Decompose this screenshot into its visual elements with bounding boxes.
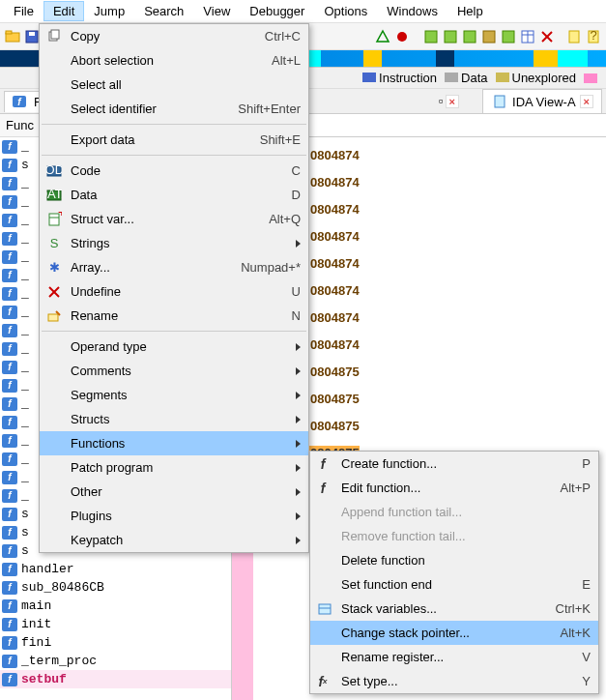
menu-item-comments[interactable]: Comments bbox=[40, 359, 308, 383]
function-row[interactable]: finit bbox=[0, 615, 231, 633]
blank-icon bbox=[43, 434, 65, 453]
function-row[interactable]: ffini bbox=[0, 633, 231, 652]
note-icon[interactable] bbox=[565, 28, 583, 45]
tab-ida-view[interactable]: IDA View-A × bbox=[482, 89, 602, 113]
menu-view[interactable]: View bbox=[193, 1, 240, 21]
menu-item-structs[interactable]: Structs bbox=[40, 407, 308, 431]
submenu-item-set-function-end[interactable]: Set function endE bbox=[310, 572, 598, 597]
menu-item-label: Undefine bbox=[71, 284, 263, 299]
function-row[interactable]: fsub_80486CB bbox=[0, 578, 231, 597]
blank-icon bbox=[314, 503, 335, 522]
function-name: _ bbox=[21, 341, 29, 356]
tool-4[interactable] bbox=[480, 28, 498, 45]
folder-icon[interactable] bbox=[4, 28, 21, 45]
copy-icon bbox=[43, 27, 65, 46]
menu-item-label: Rename bbox=[71, 308, 263, 323]
function-name: _ bbox=[21, 415, 29, 429]
menu-item-label: Operand type bbox=[71, 339, 288, 354]
menu-file[interactable]: File bbox=[4, 1, 43, 21]
function-row[interactable]: fmain bbox=[0, 597, 231, 615]
submenu-item-rename-register-[interactable]: Rename register...V bbox=[310, 645, 598, 669]
disasm-line[interactable]: .text:0804875 bbox=[261, 412, 598, 439]
tool-2[interactable] bbox=[442, 28, 459, 45]
svg-rect-10 bbox=[503, 31, 514, 43]
menu-item-strings[interactable]: SStrings bbox=[40, 231, 308, 255]
blank-icon bbox=[43, 75, 65, 95]
disasm-line[interactable]: .text:0804874 bbox=[261, 304, 598, 331]
menu-item-rename[interactable]: RenameN bbox=[40, 304, 308, 328]
disasm-line[interactable]: .text:0804874 bbox=[261, 222, 598, 249]
submenu-item-create-function-[interactable]: fCreate function...P bbox=[310, 452, 598, 476]
delete-icon[interactable] bbox=[538, 28, 556, 45]
menu-item-label: Abort selection bbox=[71, 53, 243, 68]
menu-item-export-data[interactable]: Export dataShift+E bbox=[40, 128, 308, 152]
function-icon: f bbox=[2, 452, 17, 466]
disasm-line[interactable]: .text:0804874 bbox=[261, 249, 598, 277]
function-row[interactable]: fhandler bbox=[0, 560, 231, 578]
tool-1[interactable] bbox=[422, 28, 440, 45]
functions-submenu: fCreate function...PfEdit function...Alt… bbox=[309, 451, 599, 694]
menu-item-segments[interactable]: Segments bbox=[40, 383, 308, 407]
function-row[interactable]: f_term_proc bbox=[0, 652, 231, 670]
menu-item-abort-selection[interactable]: Abort selectionAlt+L bbox=[40, 48, 308, 73]
function-name: setbuf bbox=[21, 672, 67, 686]
data-icon: DATA bbox=[43, 186, 65, 205]
submenu-item-delete-function[interactable]: Delete function bbox=[310, 548, 598, 572]
menu-item-label: Copy bbox=[71, 29, 236, 44]
help-icon[interactable]: ? bbox=[585, 28, 602, 45]
menu-item-undefine[interactable]: UndefineU bbox=[40, 279, 308, 304]
disasm-line[interactable]: .text:0804874 bbox=[261, 277, 598, 304]
function-icon: f bbox=[2, 397, 17, 411]
menu-windows[interactable]: Windows bbox=[377, 1, 447, 21]
menu-jump[interactable]: Jump bbox=[84, 1, 134, 21]
menu-item-keypatch[interactable]: Keypatch bbox=[40, 528, 308, 552]
submenu-item-edit-function-[interactable]: fEdit function...Alt+P bbox=[310, 476, 598, 500]
disasm-line[interactable]: .text:0804874 bbox=[261, 331, 598, 358]
disasm-line[interactable]: .text:0804874 bbox=[261, 195, 598, 222]
menu-item-plugins[interactable]: Plugins bbox=[40, 504, 308, 528]
table-icon[interactable] bbox=[519, 28, 536, 45]
svg-rect-6 bbox=[425, 31, 437, 43]
function-row[interactable]: fsetbuf bbox=[0, 670, 231, 688]
submenu-label: Delete function bbox=[341, 553, 591, 568]
menu-item-copy[interactable]: CopyCtrl+C bbox=[40, 24, 308, 48]
menu-item-code[interactable]: CODECodeC bbox=[40, 159, 308, 183]
disasm-line[interactable]: .text:0804875 bbox=[261, 358, 598, 385]
menu-item-struct-var-[interactable]: +Struct var...Alt+Q bbox=[40, 207, 308, 231]
menu-search[interactable]: Search bbox=[134, 1, 193, 21]
menu-item-other[interactable]: Other bbox=[40, 480, 308, 504]
legend-instruction: Instruction bbox=[379, 71, 437, 85]
record-icon[interactable] bbox=[393, 28, 411, 45]
tool-5[interactable] bbox=[500, 28, 517, 45]
menu-debugger[interactable]: Debugger bbox=[240, 1, 314, 21]
menu-item-select-all[interactable]: Select all bbox=[40, 73, 308, 97]
function-icon: f bbox=[2, 361, 17, 374]
tool-3[interactable] bbox=[461, 28, 478, 45]
svg-text:✱: ✱ bbox=[49, 260, 60, 275]
menu-item-select-identifier[interactable]: Select identifierShift+Enter bbox=[40, 97, 308, 121]
disasm-line[interactable]: .text:0804874 bbox=[261, 141, 598, 168]
menu-item-operand-type[interactable]: Operand type bbox=[40, 335, 308, 359]
disasm-line[interactable]: .text:0804875 bbox=[261, 385, 598, 412]
menu-options[interactable]: Options bbox=[314, 1, 377, 21]
disasm-line[interactable]: .text:0804874 bbox=[261, 168, 598, 195]
menu-item-data[interactable]: DATADataD bbox=[40, 183, 308, 207]
menu-help[interactable]: Help bbox=[447, 1, 493, 21]
f-icon: f bbox=[314, 454, 335, 474]
tab-close-icon[interactable]: × bbox=[446, 95, 459, 108]
array-icon: ✱ bbox=[43, 258, 65, 277]
triangle-icon[interactable] bbox=[374, 28, 391, 45]
menu-item-functions[interactable]: Functions bbox=[40, 431, 308, 455]
submenu-item-stack-variables-[interactable]: Stack variables...Ctrl+K bbox=[310, 597, 598, 621]
tab-pin-icon[interactable]: ▫ bbox=[439, 94, 444, 108]
menu-edit[interactable]: Edit bbox=[43, 1, 84, 21]
type-icon: fx bbox=[314, 672, 335, 691]
submenu-item-set-type-[interactable]: fxSet type...Y bbox=[310, 669, 598, 693]
menu-item-array-[interactable]: ✱Array...Numpad+* bbox=[40, 255, 308, 279]
stack-icon bbox=[314, 599, 335, 619]
view-close-icon[interactable]: × bbox=[580, 95, 593, 108]
function-name: _term_proc bbox=[21, 654, 97, 668]
submenu-label: Set type... bbox=[341, 674, 553, 688]
menu-item-patch-program[interactable]: Patch program bbox=[40, 455, 308, 480]
submenu-item-change-stack-pointer-[interactable]: Change stack pointer...Alt+K bbox=[310, 621, 598, 645]
